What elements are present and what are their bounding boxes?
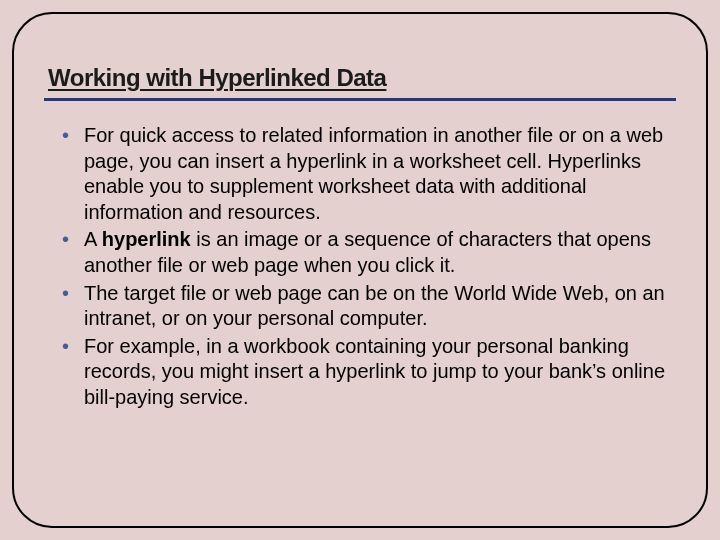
list-item: The target file or web page can be on th… — [60, 281, 666, 332]
slide-frame: Working with Hyperlinked Data For quick … — [12, 12, 708, 528]
bullet-text: A — [84, 228, 102, 250]
bullet-text: The target file or web page can be on th… — [84, 282, 665, 330]
bullet-bold: hyperlink — [102, 228, 191, 250]
bullet-text: For quick access to related information … — [84, 124, 663, 223]
bullet-text: For example, in a workbook containing yo… — [84, 335, 665, 408]
title-underline-rule — [44, 98, 676, 101]
list-item: For quick access to related information … — [60, 123, 666, 225]
slide-title: Working with Hyperlinked Data — [44, 64, 676, 92]
list-item: For example, in a workbook containing yo… — [60, 334, 666, 411]
list-item: A hyperlink is an image or a sequence of… — [60, 227, 666, 278]
bullet-list: For quick access to related information … — [44, 123, 676, 411]
